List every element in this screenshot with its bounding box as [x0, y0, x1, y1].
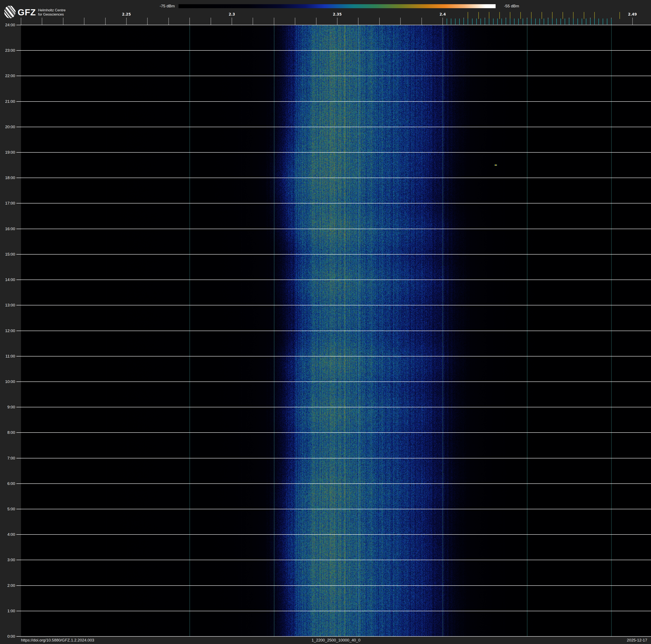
- ble-channel-tick: [523, 19, 523, 25]
- freq-minor-tick: [147, 18, 148, 25]
- freq-minor-tick: [21, 18, 21, 25]
- hour-gridline: [17, 254, 651, 255]
- ble-channel-tick: [531, 19, 531, 25]
- ble-channel-tick: [552, 19, 553, 25]
- freq-tick-label: 2.35: [328, 12, 347, 17]
- freq-minor-tick: [337, 18, 338, 25]
- ble-channel-tick: [527, 19, 527, 25]
- freq-minor-tick: [358, 18, 359, 25]
- wifi-channel-tick: [552, 12, 553, 19]
- hour-gridline: [17, 127, 651, 127]
- spectrogram-page: { "header": { "logo_text": "GFZ", "tagli…: [0, 0, 651, 644]
- ble-channel-tick: [501, 19, 502, 25]
- ble-channel-tick: [514, 19, 515, 25]
- ble-channel-tick: [544, 19, 544, 25]
- ble-channel-tick: [569, 19, 569, 25]
- hour-gridline: [17, 484, 651, 484]
- ble-channel-tick: [497, 19, 498, 25]
- time-tick-label: 8:00: [0, 430, 15, 435]
- hour-gridline: [17, 25, 651, 25]
- freq-minor-tick: [105, 18, 105, 25]
- hour-gridline: [17, 381, 651, 382]
- wifi-channel-tick: [620, 12, 620, 19]
- hour-gridline: [17, 560, 651, 560]
- hour-gridline: [17, 636, 651, 637]
- hour-gridline: [17, 611, 651, 611]
- freq-minor-tick: [316, 18, 316, 25]
- freq-minor-tick: [189, 18, 190, 25]
- logo-wordmark: GFZ: [18, 7, 36, 18]
- ble-channel-tick: [472, 19, 472, 25]
- ble-channel-tick: [493, 19, 494, 25]
- time-tick-label: 23:00: [0, 48, 15, 53]
- wifi-channel-tick: [468, 12, 468, 19]
- freq-minor-tick: [84, 18, 85, 25]
- ble-channel-tick: [506, 19, 506, 25]
- hour-gridline: [17, 178, 651, 178]
- time-tick-label: 0:00: [0, 634, 15, 639]
- ble-channel-tick: [518, 19, 519, 25]
- ble-channel-tick: [607, 19, 607, 25]
- ble-channel-tick: [582, 19, 582, 25]
- wifi-channel-tick: [520, 12, 521, 19]
- wifi-channel-tick: [573, 12, 574, 19]
- freq-minor-tick: [211, 18, 211, 25]
- ble-channel-tick: [463, 19, 464, 25]
- time-tick-label: 11:00: [0, 354, 15, 358]
- wifi-channel-tick: [541, 12, 542, 19]
- freq-minor-tick: [42, 18, 42, 25]
- ble-channel-tick: [489, 19, 489, 25]
- time-tick-label: 1:00: [0, 609, 15, 613]
- freq-minor-tick: [442, 18, 443, 25]
- hour-gridline: [17, 432, 651, 433]
- hour-gridline: [17, 356, 651, 356]
- wifi-channel-tick: [510, 12, 510, 19]
- time-tick-label: 21:00: [0, 99, 15, 104]
- wifi-channel-tick: [531, 12, 531, 19]
- gfz-globe-icon: [4, 5, 16, 20]
- ble-channel-tick: [578, 19, 578, 25]
- ble-channel-tick: [586, 19, 586, 25]
- freq-minor-tick: [168, 18, 169, 25]
- wifi-channel-tick: [584, 12, 584, 19]
- ble-channel-tick: [459, 19, 460, 25]
- time-tick-label: 17:00: [0, 201, 15, 206]
- colorbar-gradient: [179, 4, 496, 8]
- ble-channel-tick: [548, 19, 548, 25]
- time-tick-label: 2:00: [0, 583, 15, 588]
- ble-channel-tick: [556, 19, 557, 25]
- time-tick-label: 5:00: [0, 507, 15, 511]
- time-tick-label: 12:00: [0, 328, 15, 333]
- ble-channel-tick: [598, 19, 599, 25]
- footer-date: 2025-12-17: [567, 638, 649, 643]
- ble-channel-tick: [447, 19, 447, 25]
- freq-minor-tick: [632, 18, 633, 25]
- tagline-line1: Helmholtz Centre: [38, 8, 65, 12]
- freq-minor-tick: [400, 18, 401, 25]
- time-tick-label: 14:00: [0, 277, 15, 282]
- wifi-channel-tick: [594, 12, 595, 19]
- freq-minor-tick: [253, 18, 253, 25]
- ble-channel-tick: [603, 19, 603, 25]
- freq-minor-tick: [63, 18, 63, 25]
- colorbar-min-label: -75 dBm: [136, 4, 175, 9]
- time-tick-label: 9:00: [0, 405, 15, 409]
- ble-channel-tick: [510, 19, 510, 25]
- time-tick-label: 4:00: [0, 532, 15, 537]
- freq-minor-tick: [231, 18, 232, 25]
- hour-gridline: [17, 585, 651, 586]
- time-tick-label: 22:00: [0, 74, 15, 78]
- hour-gridline: [17, 331, 651, 331]
- hour-gridline: [17, 203, 651, 203]
- time-tick-label: 20:00: [0, 125, 15, 129]
- footer-doi-text: https://doi.org/10.5880/GFZ.1.2.2024.003: [21, 638, 189, 643]
- wifi-channel-tick: [499, 12, 500, 19]
- time-tick-label: 16:00: [0, 227, 15, 231]
- time-tick-label: 18:00: [0, 176, 15, 180]
- time-tick-label: 24:00: [0, 23, 15, 27]
- colorbar-max-label: -55 dBm: [504, 4, 546, 9]
- hour-gridline: [17, 280, 651, 280]
- ble-channel-tick: [590, 19, 591, 25]
- ble-channel-tick: [560, 19, 561, 25]
- ble-channel-tick: [476, 19, 477, 25]
